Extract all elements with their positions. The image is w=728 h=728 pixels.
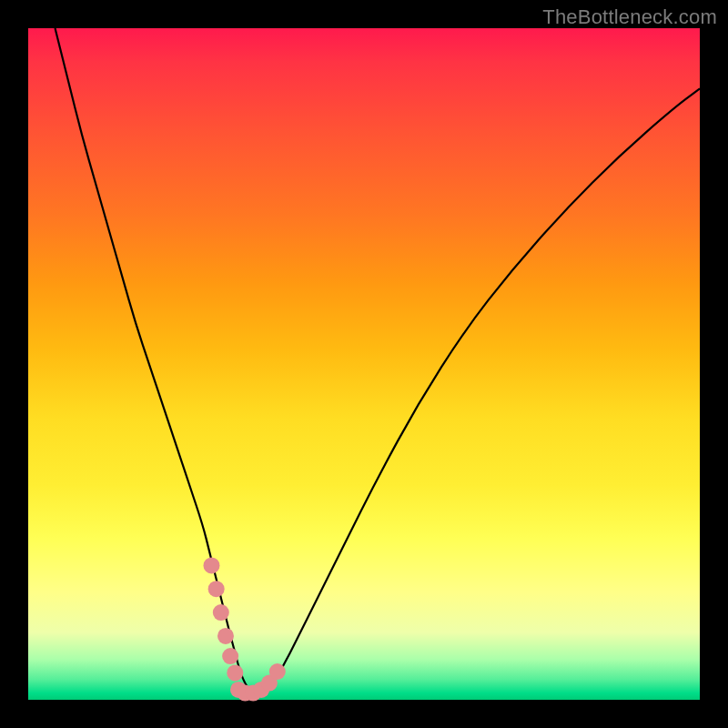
highlight-dot (227, 664, 243, 681)
bottleneck-curve (56, 28, 700, 693)
highlight-dot (203, 557, 219, 573)
chart-frame: TheBottleneck.com (0, 0, 728, 728)
highlight-dot (208, 581, 225, 597)
highlight-dot (269, 663, 286, 680)
watermark-text: TheBottleneck.com (542, 5, 717, 29)
highlight-dot (217, 628, 234, 644)
plot-overlay (28, 28, 700, 700)
highlight-dot (213, 604, 229, 621)
highlight-dot (222, 648, 238, 664)
